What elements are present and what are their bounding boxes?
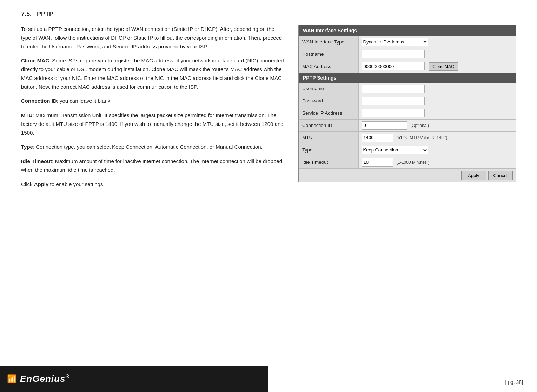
registered-mark: ®: [65, 374, 69, 379]
section-heading: PPTP: [37, 11, 53, 18]
conn-id-heading: Connection ID: [21, 98, 57, 104]
hostname-label: Hostname: [299, 48, 358, 60]
wifi-icon: 📶: [7, 374, 16, 384]
service-ip-input[interactable]: [362, 109, 425, 117]
idle-timeout-heading: Idle Timeout: [21, 158, 52, 164]
username-input[interactable]: [362, 85, 425, 93]
page-content: 7.5. PPTP To set up a PPTP connection, e…: [0, 0, 537, 222]
logo-en: En: [20, 373, 32, 384]
apply-bold: Apply: [34, 181, 49, 187]
idle-timeout-input[interactable]: [362, 158, 393, 167]
action-row: Apply Cancel: [299, 169, 516, 182]
conn-id-paragraph: Connection ID: you can leave it blank: [21, 97, 284, 106]
password-input[interactable]: [362, 97, 425, 105]
hostname-row: Hostname: [299, 48, 516, 60]
left-text: To set up a PPTP connection, enter the t…: [21, 25, 284, 194]
mac-address-input[interactable]: [362, 62, 425, 70]
service-ip-row: Service IP Address: [299, 107, 516, 119]
mtu-hint: (512<=MTU Value <=1492): [396, 135, 447, 140]
wan-interface-settings-header: WAN Interface Settings: [299, 25, 516, 36]
type-label: Type: [299, 144, 358, 156]
username-value[interactable]: [358, 83, 516, 95]
connection-id-label: Connection ID: [299, 119, 358, 131]
clone-mac-text: : Some ISPs require you to register the …: [21, 58, 284, 89]
clone-mac-button[interactable]: Clone MAC: [429, 62, 458, 71]
mtu-input[interactable]: [362, 134, 393, 142]
section-title: 7.5. PPTP: [21, 11, 516, 18]
connection-id-input[interactable]: [362, 121, 407, 130]
bottom-bar: 📶 EnGenius®: [0, 366, 268, 392]
wan-settings-table: WAN Interface Type Dynamic IP Address St…: [299, 36, 516, 73]
right-panel: WAN Interface Settings WAN Interface Typ…: [298, 25, 516, 182]
mtu-heading: MTU: [21, 112, 33, 118]
logo-text: EnGenius®: [20, 373, 69, 384]
wan-interface-type-row: WAN Interface Type Dynamic IP Address St…: [299, 36, 516, 48]
mtu-text: : Maximum Transmission Unit. It specifie…: [21, 112, 284, 136]
main-layout: To set up a PPTP connection, enter the t…: [21, 25, 516, 194]
type-text: : Connection type, you can select Keep C…: [33, 144, 263, 150]
type-select[interactable]: Keep Connection Automatic Connection Man…: [362, 146, 428, 154]
page-number: [ pg. 38]: [505, 379, 523, 385]
mtu-paragraph: MTU: Maximum Transmission Unit. It speci…: [21, 111, 284, 137]
pptp-settings-header: PPTP Settings: [299, 73, 516, 83]
connection-id-row: Connection ID (Optional): [299, 119, 516, 131]
mtu-row: MTU (512<=MTU Value <=1492): [299, 131, 516, 144]
idle-timeout-label: Idle Timeout: [299, 156, 358, 168]
conn-id-text: : you can leave it blank: [57, 98, 111, 104]
pptp-settings-table: Username Password Service IP: [299, 83, 516, 169]
idle-timeout-paragraph: Idle Timeout: Maximum amount of time for…: [21, 157, 284, 175]
mac-address-label: MAC Address: [299, 60, 358, 73]
mac-address-row: MAC Address Clone MAC: [299, 60, 516, 73]
clone-mac-heading: Clone MAC: [21, 58, 49, 63]
type-row: Type Keep Connection Automatic Connectio…: [299, 144, 516, 156]
username-label: Username: [299, 83, 358, 95]
mac-address-value[interactable]: Clone MAC: [358, 60, 516, 73]
wan-interface-type-select[interactable]: Dynamic IP Address Static IP Address PPP…: [362, 38, 428, 46]
wan-interface-type-label: WAN Interface Type: [299, 36, 358, 48]
password-row: Password: [299, 95, 516, 107]
connection-id-value[interactable]: (Optional): [358, 119, 516, 131]
apply-button[interactable]: Apply: [461, 171, 486, 180]
type-value[interactable]: Keep Connection Automatic Connection Man…: [358, 144, 516, 156]
username-row: Username: [299, 83, 516, 95]
idle-timeout-text: : Maximum amount of time for inactive In…: [21, 158, 282, 173]
password-value[interactable]: [358, 95, 516, 107]
type-paragraph: Type: Connection type, you can select Ke…: [21, 143, 284, 151]
mtu-label: MTU: [299, 131, 358, 144]
engenius-logo: 📶 EnGenius®: [7, 373, 69, 384]
hostname-input[interactable]: [362, 50, 425, 58]
mtu-value[interactable]: (512<=MTU Value <=1492): [358, 131, 516, 144]
section-number: 7.5.: [21, 11, 32, 18]
logo-genius: Genius: [32, 373, 65, 384]
cancel-button[interactable]: Cancel: [488, 171, 513, 180]
service-ip-label: Service IP Address: [299, 107, 358, 119]
idle-timeout-row: Idle Timeout (1-1000 Minutes ): [299, 156, 516, 168]
hostname-value[interactable]: [358, 48, 516, 60]
idle-timeout-hint: (1-1000 Minutes ): [396, 160, 429, 165]
service-ip-value[interactable]: [358, 107, 516, 119]
apply-paragraph: Click Apply to enable your settings.: [21, 180, 284, 189]
intro-paragraph: To set up a PPTP connection, enter the t…: [21, 25, 284, 51]
password-label: Password: [299, 95, 358, 107]
clone-mac-paragraph: Clone MAC: Some ISPs require you to regi…: [21, 56, 284, 91]
wan-interface-type-value[interactable]: Dynamic IP Address Static IP Address PPP…: [358, 36, 516, 48]
connection-id-hint: (Optional): [410, 123, 429, 128]
type-heading: Type: [21, 144, 33, 150]
idle-timeout-value[interactable]: (1-1000 Minutes ): [358, 156, 516, 168]
